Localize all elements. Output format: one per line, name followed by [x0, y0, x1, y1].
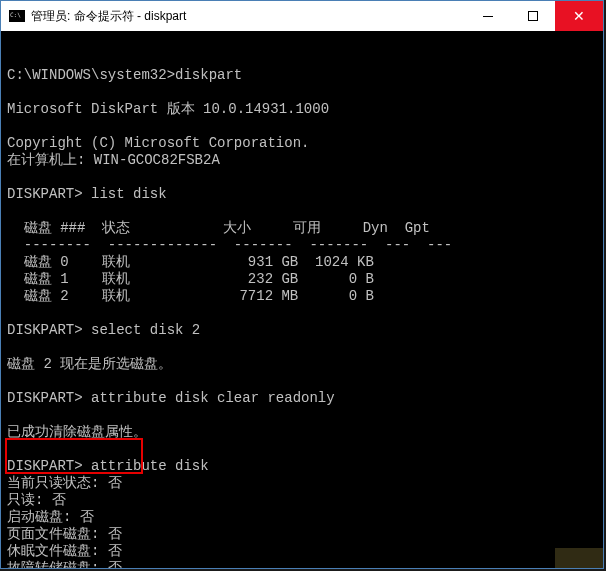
- watermark: [555, 548, 603, 568]
- maximize-button[interactable]: [510, 1, 555, 31]
- window-controls: ✕: [465, 1, 603, 31]
- close-icon: ✕: [573, 8, 585, 24]
- window-title: 管理员: 命令提示符 - diskpart: [31, 8, 465, 25]
- close-button[interactable]: ✕: [555, 1, 603, 31]
- command-prompt-window: 管理员: 命令提示符 - diskpart ✕ C:\WINDOWS\syste…: [0, 0, 604, 569]
- terminal-text: C:\WINDOWS\system32>diskpart Microsoft D…: [7, 67, 597, 568]
- maximize-icon: [528, 11, 538, 21]
- titlebar[interactable]: 管理员: 命令提示符 - diskpart ✕: [1, 1, 603, 31]
- terminal-output[interactable]: C:\WINDOWS\system32>diskpart Microsoft D…: [1, 31, 603, 568]
- highlight-rectangle: [5, 438, 143, 474]
- app-icon: [9, 10, 25, 22]
- minimize-icon: [483, 16, 493, 17]
- minimize-button[interactable]: [465, 1, 510, 31]
